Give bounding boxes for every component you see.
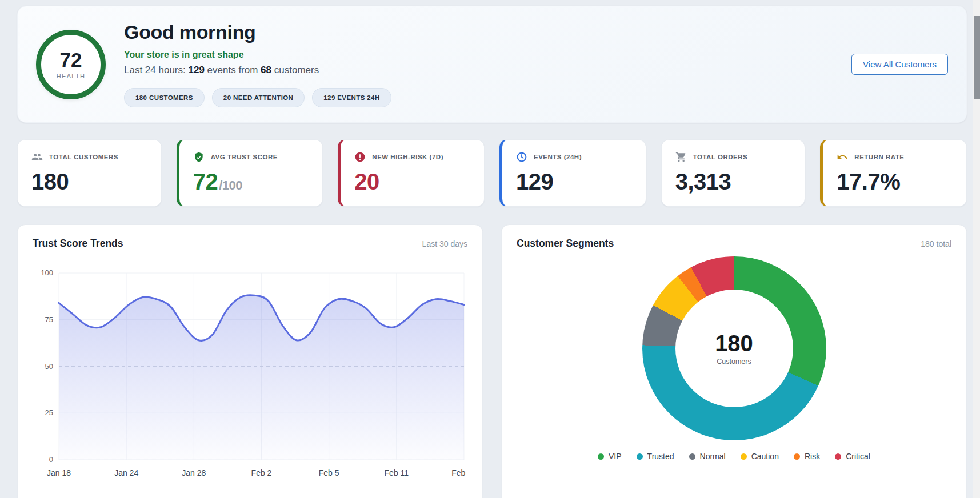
legend-item-caution[interactable]: Caution <box>741 452 779 461</box>
legend-item-critical[interactable]: Critical <box>835 452 870 461</box>
svg-text:Jan 18: Jan 18 <box>47 468 71 477</box>
legend-item-risk[interactable]: Risk <box>794 452 820 461</box>
legend-label: Critical <box>846 452 870 461</box>
segments-center-value: 180 <box>715 332 753 355</box>
alert-icon <box>354 151 366 163</box>
stat-card-total-orders: TOTAL ORDERS3,313 <box>661 139 806 207</box>
segments-legend: VIPTrustedNormalCautionRiskCritical <box>598 452 870 461</box>
stat-card-value-suffix: /100 <box>219 178 242 192</box>
stat-card-label: EVENTS (24H) <box>534 154 582 160</box>
trust-trend-chart: Jan 18Jan 24Jan 28Feb 2Feb 5Feb 11Feb 16… <box>33 260 467 487</box>
stat-card-value: 129 <box>516 170 632 193</box>
segments-donut-center: 180 Customers <box>675 290 793 407</box>
store-status-text: Your store is in great shape <box>124 50 833 60</box>
legend-dot-risk <box>794 453 800 460</box>
hero-badge-2: 129 EVENTS 24H <box>312 88 391 107</box>
trust-panel-title: Trust Score Trends <box>33 238 123 250</box>
legend-label: Normal <box>700 452 726 461</box>
health-score-value: 72 <box>60 50 82 70</box>
stat-card-value: 180 <box>31 170 147 193</box>
view-all-customers-button[interactable]: View All Customers <box>851 54 948 75</box>
stat-card-label: TOTAL ORDERS <box>693 154 747 160</box>
health-score-label: HEALTH <box>57 73 85 79</box>
cart-icon <box>675 151 687 163</box>
scrollbar-track[interactable] <box>973 0 980 498</box>
stat-card-value: 17.7% <box>837 170 953 193</box>
svg-text:Feb 2: Feb 2 <box>251 468 272 477</box>
stat-card-label: AVG TRUST SCORE <box>211 154 278 160</box>
svg-text:100: 100 <box>41 268 53 277</box>
svg-text:75: 75 <box>45 315 53 324</box>
stat-card-label: NEW HIGH-RISK (7D) <box>372 154 443 160</box>
legend-dot-caution <box>741 453 747 460</box>
segments-center-label: Customers <box>717 358 751 366</box>
legend-dot-trusted <box>637 453 643 460</box>
legend-dot-critical <box>835 453 841 460</box>
stat-cards-row: TOTAL CUSTOMERS180AVG TRUST SCORE72/100N… <box>17 139 967 207</box>
segments-donut-wrap: 180 Customers VIPTrustedNormalCautionRis… <box>517 256 951 461</box>
legend-label: Trusted <box>647 452 674 461</box>
stat-card-avg-trust-score: AVG TRUST SCORE72/100 <box>177 139 323 207</box>
greeting-text-block: Good morning Your store is in great shap… <box>124 21 833 107</box>
trust-panel-range: Last 30 days <box>422 239 467 248</box>
svg-text:Jan 24: Jan 24 <box>114 468 138 477</box>
segments-panel-header: Customer Segments 180 total <box>517 238 951 250</box>
shield-icon <box>193 151 205 163</box>
page-title: Good morning <box>124 21 833 43</box>
legend-dot-vip <box>598 453 604 460</box>
stat-card-value: 20 <box>354 170 470 193</box>
return-icon <box>837 151 848 163</box>
segments-panel-total: 180 total <box>921 239 951 248</box>
customers-count: 68 <box>261 65 271 75</box>
charts-row: Trust Score Trends Last 30 days Jan 18Ja… <box>17 224 967 498</box>
stat-card-value: 72/100 <box>193 170 309 193</box>
stat-card-events-24h: EVENTS (24H)129 <box>499 139 646 207</box>
legend-item-normal[interactable]: Normal <box>689 452 726 461</box>
scrollbar-thumb[interactable] <box>974 16 980 99</box>
segments-donut-chart: 180 Customers <box>642 256 826 440</box>
svg-text:25: 25 <box>45 408 53 417</box>
svg-text:0: 0 <box>49 455 53 464</box>
clock-icon <box>516 151 527 163</box>
legend-item-trusted[interactable]: Trusted <box>637 452 674 461</box>
trust-score-trends-panel: Trust Score Trends Last 30 days Jan 18Ja… <box>17 224 483 498</box>
svg-text:50: 50 <box>45 362 53 371</box>
svg-text:Feb 5: Feb 5 <box>319 468 339 477</box>
stat-card-value: 3,313 <box>675 170 791 193</box>
dashboard-page: 72 HEALTH Good morning Your store is in … <box>17 6 967 498</box>
stat-card-label: RETURN RATE <box>854 154 904 160</box>
customer-segments-panel: Customer Segments 180 total 180 Customer… <box>501 224 967 498</box>
svg-text:Feb 16: Feb 16 <box>451 468 467 477</box>
hero-badge-0: 180 CUSTOMERS <box>124 88 205 107</box>
legend-label: Caution <box>751 452 779 461</box>
segments-panel-title: Customer Segments <box>517 238 614 250</box>
svg-text:Feb 11: Feb 11 <box>385 468 409 477</box>
legend-label: VIP <box>609 452 622 461</box>
health-score-ring: 72 HEALTH <box>36 30 106 99</box>
events-count: 129 <box>188 65 204 75</box>
stat-card-new-high-risk-7d: NEW HIGH-RISK (7D)20 <box>338 139 485 207</box>
legend-label: Risk <box>805 452 820 461</box>
legend-item-vip[interactable]: VIP <box>598 452 622 461</box>
hero-badges: 180 CUSTOMERS20 NEED ATTENTION129 EVENTS… <box>124 88 833 107</box>
trust-panel-header: Trust Score Trends Last 30 days <box>33 238 467 250</box>
stat-card-return-rate: RETURN RATE17.7% <box>820 139 967 207</box>
stat-card-label: TOTAL CUSTOMERS <box>49 154 118 160</box>
hero-badge-1: 20 NEED ATTENTION <box>212 88 305 107</box>
users-icon <box>31 151 43 163</box>
stat-card-total-customers: TOTAL CUSTOMERS180 <box>17 139 162 207</box>
greeting-card: 72 HEALTH Good morning Your store is in … <box>17 6 967 123</box>
svg-text:Jan 28: Jan 28 <box>182 468 206 477</box>
legend-dot-normal <box>689 453 695 460</box>
last-24h-summary: Last 24 hours: 129 events from 68 custom… <box>124 65 833 76</box>
